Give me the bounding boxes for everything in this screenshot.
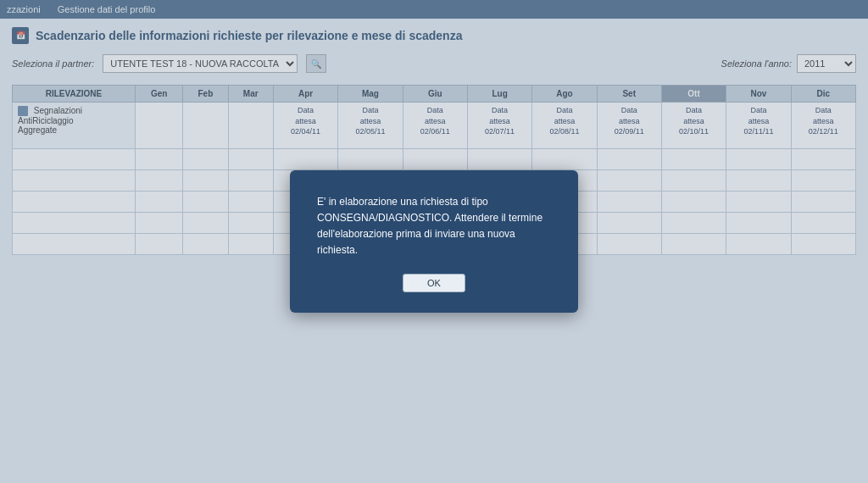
modal-box: E' in elaborazione una richiesta di tipo… — [290, 170, 578, 314]
modal-message: E' in elaborazione una richiesta di tipo… — [317, 194, 551, 259]
modal-overlay: E' in elaborazione una richiesta di tipo… — [0, 0, 868, 483]
modal-ok-button[interactable]: OK — [403, 274, 465, 292]
